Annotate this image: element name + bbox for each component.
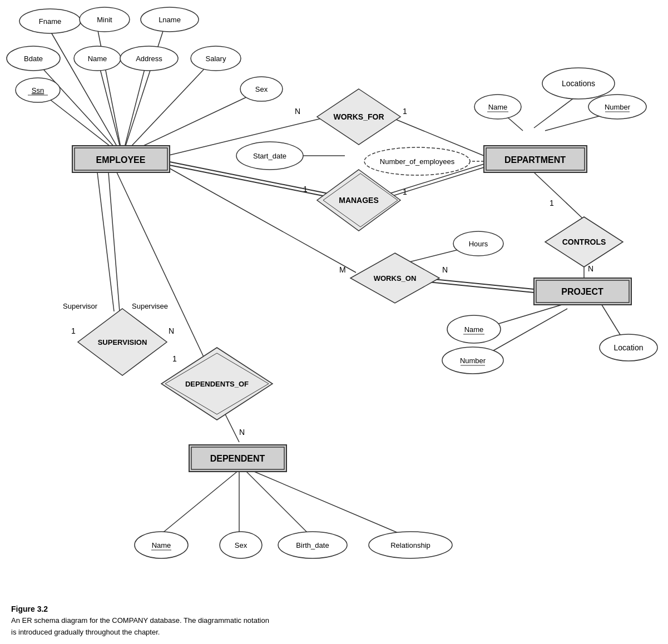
works-for-1: 1: [403, 107, 407, 116]
er-diagram-container: EMPLOYEE DEPARTMENT PROJECT DEPENDENT WO…: [0, 0, 668, 601]
start-date-attr: Start_date: [253, 152, 286, 160]
works-for-n: N: [295, 107, 300, 116]
svg-line-14: [108, 172, 120, 311]
svg-line-3: [33, 58, 122, 156]
caption-line1: An ER schema diagram for the COMPANY dat…: [11, 615, 269, 627]
dep-sex-attr: Sex: [235, 541, 248, 549]
ssn-attr: Ssn: [32, 86, 44, 95]
controls-n: N: [588, 264, 593, 273]
dept-number-attr: Number: [605, 103, 631, 111]
employee-label: EMPLOYEE: [96, 155, 146, 165]
department-label: DEPARTMENT: [504, 155, 566, 165]
emp-sex-attr: Sex: [255, 85, 268, 93]
sup-n: N: [169, 326, 174, 335]
svg-line-13: [97, 172, 114, 311]
locations-attr: Locations: [562, 79, 595, 88]
svg-line-31: [601, 303, 623, 339]
dependents-of-label: DEPENDENTS_OF: [185, 380, 249, 388]
emp-name-attr: Name: [88, 55, 107, 63]
sup-1: 1: [71, 326, 76, 335]
figure-title: Figure 3.2: [11, 603, 269, 615]
manages-1a: 1: [303, 185, 308, 194]
hours-attr: Hours: [469, 240, 488, 248]
supervision-label: SUPERVISION: [98, 338, 147, 346]
num-employees-attr: Number_of_employees: [380, 157, 455, 166]
svg-line-4: [97, 58, 122, 156]
er-diagram-svg: EMPLOYEE DEPARTMENT PROJECT DEPENDENT WO…: [0, 0, 668, 601]
manages-label: MANAGES: [339, 196, 379, 205]
supervisee-label: Supervisee: [132, 302, 168, 310]
proj-name-attr: Name: [464, 325, 484, 334]
controls-1: 1: [550, 199, 554, 207]
dept-name-attr: Name: [488, 103, 508, 111]
supervisor-label: Supervisor: [63, 302, 98, 310]
works-on-n: N: [442, 265, 448, 274]
fname-attr: Fname: [39, 17, 61, 26]
dep-of-1: 1: [172, 354, 177, 363]
minit-attr: Minit: [97, 16, 112, 24]
location-attr: Location: [614, 343, 644, 352]
project-label: PROJECT: [561, 287, 603, 296]
birth-date-attr: Birth_date: [296, 541, 329, 549]
svg-line-24: [534, 172, 584, 220]
caption-line2: is introduced gradually throughout the c…: [11, 627, 269, 638]
controls-label: CONTROLS: [562, 237, 606, 246]
svg-line-21: [534, 95, 578, 128]
works-for-label: WORKS_FOR: [334, 112, 384, 121]
proj-number-attr: Number: [460, 356, 486, 365]
figure-caption: Figure 3.2 An ER schema diagram for the …: [11, 603, 269, 638]
works-on-label: WORKS_ON: [374, 274, 417, 283]
relationship-attr: Relationship: [390, 541, 431, 549]
manages-1b: 1: [403, 187, 407, 196]
salary-attr: Salary: [206, 55, 226, 63]
address-attr: Address: [136, 55, 162, 63]
svg-line-35: [245, 470, 309, 534]
lname-attr: Lname: [159, 16, 181, 24]
svg-line-12: [167, 167, 356, 273]
svg-line-36: [250, 470, 400, 534]
dep-of-n: N: [239, 428, 245, 437]
bdate-attr: Bdate: [24, 55, 43, 63]
dependent-label: DEPENDENT: [210, 454, 265, 463]
dep-name-attr: Name: [152, 541, 171, 549]
works-on-m: M: [339, 265, 346, 274]
svg-line-6: [122, 58, 214, 156]
svg-line-33: [161, 470, 239, 534]
svg-line-5: [122, 58, 147, 156]
